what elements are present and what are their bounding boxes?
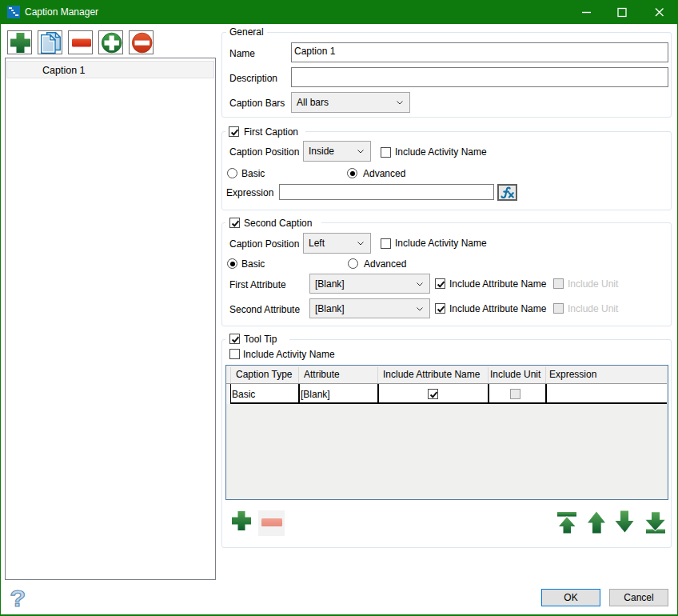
svg-text:?: ? [10,586,26,610]
